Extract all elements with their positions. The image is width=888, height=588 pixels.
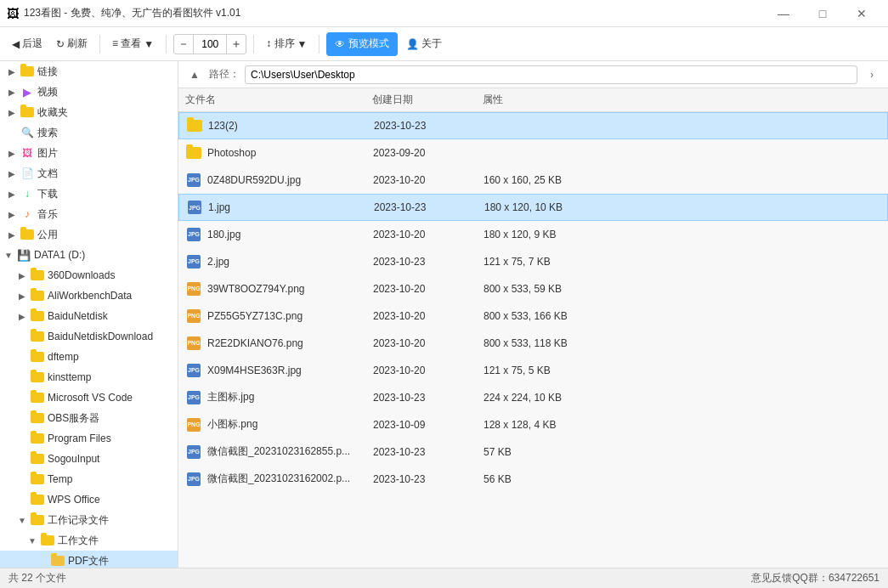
sidebar-item-video[interactable]: ▶ ▶ 视频 bbox=[0, 82, 178, 102]
sidebar-item-baidu-dl[interactable]: ▶ BaiduNetdiskDownload bbox=[0, 326, 178, 347]
file-date: 2023-10-20 bbox=[373, 229, 484, 240]
table-row[interactable]: JPG X09M4HSE363R.jpg 2023-10-20 121 x 75… bbox=[178, 357, 888, 384]
sidebar-item-360[interactable]: ▶ 360Downloads bbox=[0, 265, 178, 286]
sidebar-item-pdf[interactable]: ▶ PDF文件 bbox=[0, 551, 178, 568]
main-area: ▶ 链接 ▶ ▶ 视频 ▶ 收藏夹 ▶ 🔍 搜索 ▶ 🖼 图片 ▶ 📄 文档 bbox=[0, 61, 888, 568]
feedback: 意见反馈QQ群：634722651 bbox=[751, 571, 880, 585]
video-icon: ▶ bbox=[20, 85, 34, 99]
file-count: 共 22 个文件 bbox=[8, 571, 66, 585]
preview-label: 预览模式 bbox=[348, 37, 389, 51]
view-arrow: ▼ bbox=[144, 38, 154, 50]
table-row[interactable]: JPG 微信截图_20231023162002.p... 2023-10-23 … bbox=[178, 466, 888, 493]
folder-icon bbox=[31, 309, 44, 323]
file-date: 2023-10-20 bbox=[373, 174, 484, 186]
sidebar-item-pictures[interactable]: ▶ 🖼 图片 bbox=[0, 143, 178, 163]
zoom-input[interactable] bbox=[193, 35, 227, 54]
zoom-out-button[interactable]: － bbox=[174, 35, 193, 54]
sidebar-item-public[interactable]: ▶ 公用 bbox=[0, 224, 178, 245]
file-date: 2023-10-09 bbox=[373, 419, 484, 431]
documents-icon: 📄 bbox=[20, 167, 34, 180]
refresh-label: 刷新 bbox=[67, 37, 88, 51]
folder-icon bbox=[51, 554, 65, 568]
file-attr: 57 KB bbox=[484, 446, 881, 458]
sidebar-item-drive-d[interactable]: ▼ 💾 DATA1 (D:) bbox=[0, 245, 178, 265]
file-name: 主图标.jpg bbox=[207, 390, 373, 404]
zoom-container: － ＋ bbox=[173, 34, 246, 54]
folder-icon bbox=[186, 117, 203, 134]
public-icon bbox=[20, 228, 34, 241]
maximize-button[interactable]: □ bbox=[803, 0, 842, 27]
zoom-in-icon: ＋ bbox=[230, 37, 242, 52]
file-date: 2023-10-23 bbox=[373, 446, 484, 458]
sidebar-item-dftemp[interactable]: ▶ dftemp bbox=[0, 347, 178, 367]
jpg-icon: JPG bbox=[186, 199, 203, 216]
col-name-header: 文件名 bbox=[185, 93, 372, 107]
file-date: 2023-10-23 bbox=[374, 120, 484, 132]
file-name: 39WT8OOZ794Y.png bbox=[207, 283, 373, 295]
back-button[interactable]: ◀ 后退 bbox=[7, 32, 48, 56]
app-icon: 🖼 bbox=[7, 7, 19, 20]
file-name: 180.jpg bbox=[207, 229, 373, 240]
table-row[interactable]: PNG 小图标.png 2023-10-09 128 x 128, 4 KB bbox=[178, 411, 888, 438]
sidebar-item-vscode[interactable]: ▶ Microsoft VS Code bbox=[0, 387, 178, 408]
sidebar-item-favorites[interactable]: ▶ 收藏夹 bbox=[0, 102, 178, 122]
sidebar-item-work-files[interactable]: ▼ 工作文件 bbox=[0, 530, 178, 551]
zoom-in-button[interactable]: ＋ bbox=[227, 35, 246, 54]
arrow-icon: ▶ bbox=[7, 189, 17, 199]
table-row[interactable]: PNG PZ55G5YZ713C.png 2023-10-20 800 x 53… bbox=[178, 302, 888, 330]
sidebar-item-kinsttemp[interactable]: ▶ kinsttemp bbox=[0, 367, 178, 387]
sidebar-item-temp[interactable]: ▶ Temp bbox=[0, 469, 178, 489]
sidebar-item-music[interactable]: ▶ ♪ 音乐 bbox=[0, 204, 178, 224]
sidebar-item-downloads[interactable]: ▶ ↓ 下载 bbox=[0, 184, 178, 204]
sidebar-item-obs[interactable]: ▶ OBS服务器 bbox=[0, 408, 178, 428]
folder-icon bbox=[31, 472, 44, 486]
jpg-icon: JPG bbox=[185, 172, 202, 189]
table-row[interactable]: Photoshop 2023-09-20 bbox=[178, 139, 888, 167]
sidebar: ▶ 链接 ▶ ▶ 视频 ▶ 收藏夹 ▶ 🔍 搜索 ▶ 🖼 图片 ▶ 📄 文档 bbox=[0, 61, 178, 568]
table-row[interactable]: PNG 39WT8OOZ794Y.png 2023-10-20 800 x 53… bbox=[178, 275, 888, 302]
sidebar-item-search[interactable]: ▶ 🔍 搜索 bbox=[0, 122, 178, 143]
file-attr: 800 x 533, 118 KB bbox=[484, 337, 881, 349]
table-row[interactable]: JPG 1.jpg 2023-10-23 180 x 120, 10 KB bbox=[178, 194, 888, 221]
jpg-icon: JPG bbox=[185, 362, 202, 379]
sidebar-item-ali[interactable]: ▶ AliWorkbenchData bbox=[0, 286, 178, 306]
about-label: 关于 bbox=[421, 37, 442, 51]
sidebar-item-links[interactable]: ▶ 链接 bbox=[0, 61, 178, 82]
pathbar-go-button[interactable]: › bbox=[863, 65, 881, 84]
file-name: 2.jpg bbox=[207, 256, 373, 268]
arrow-icon: ▶ bbox=[7, 169, 17, 178]
sidebar-item-wps[interactable]: ▶ WPS Office bbox=[0, 489, 178, 510]
jpg-icon: JPG bbox=[185, 471, 202, 488]
arrow-icon: ▶ bbox=[17, 271, 27, 280]
folder-icon bbox=[20, 65, 34, 78]
file-date: 2023-10-20 bbox=[373, 337, 484, 349]
about-button[interactable]: 👤 关于 bbox=[401, 32, 447, 56]
table-row[interactable]: JPG 主图标.jpg 2023-10-23 224 x 224, 10 KB bbox=[178, 384, 888, 411]
titlebar: 🖼 123看图 - 免费、纯净、无广告的看图软件 v1.01 — □ ✕ bbox=[0, 0, 888, 27]
table-row[interactable]: PNG R2E2DKIANO76.png 2023-10-20 800 x 53… bbox=[178, 330, 888, 357]
sort-button[interactable]: ↕ 排序 ▼ bbox=[261, 32, 312, 56]
pathbar-input[interactable] bbox=[245, 65, 857, 84]
preview-button[interactable]: 👁 预览模式 bbox=[326, 32, 398, 56]
table-row[interactable]: 123(2) 2023-10-23 bbox=[178, 112, 888, 139]
view-button[interactable]: ≡ 查看 ▼ bbox=[107, 32, 159, 56]
sidebar-item-baidu[interactable]: ▶ BaiduNetdisk bbox=[0, 306, 178, 326]
pathbar-up-button[interactable]: ▲ bbox=[185, 65, 204, 84]
table-row[interactable]: JPG 0Z48DUR592DU.jpg 2023-10-20 160 x 16… bbox=[178, 167, 888, 194]
jpg-icon: JPG bbox=[185, 389, 202, 406]
file-name: 123(2) bbox=[208, 120, 374, 132]
sidebar-item-sogou[interactable]: ▶ SogouInput bbox=[0, 449, 178, 469]
file-name: Photoshop bbox=[207, 147, 373, 159]
table-row[interactable]: JPG 微信截图_20231023162855.p... 2023-10-23 … bbox=[178, 438, 888, 466]
png-icon: PNG bbox=[185, 308, 202, 325]
table-row[interactable]: JPG 180.jpg 2023-10-20 180 x 120, 9 KB bbox=[178, 221, 888, 248]
refresh-button[interactable]: ↻ 刷新 bbox=[51, 32, 93, 56]
sidebar-item-documents[interactable]: ▶ 📄 文档 bbox=[0, 163, 178, 184]
jpg-icon: JPG bbox=[185, 253, 202, 270]
back-icon: ◀ bbox=[12, 38, 20, 50]
sidebar-item-program[interactable]: ▶ Program Files bbox=[0, 428, 178, 449]
sidebar-item-work-records[interactable]: ▼ 工作记录文件 bbox=[0, 510, 178, 530]
table-row[interactable]: JPG 2.jpg 2023-10-23 121 x 75, 7 KB bbox=[178, 248, 888, 275]
close-button[interactable]: ✕ bbox=[842, 0, 881, 27]
minimize-button[interactable]: — bbox=[764, 0, 803, 27]
